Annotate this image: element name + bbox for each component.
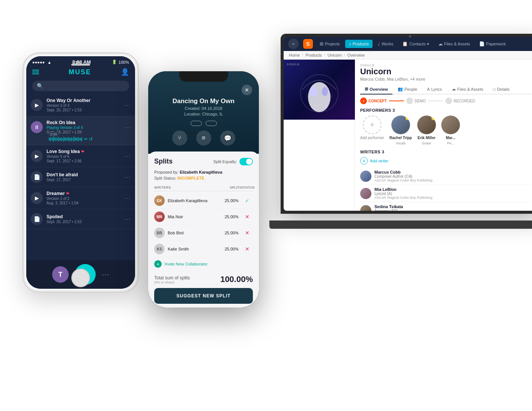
laptop-screen: ≈ S ⊞ Projects ♪ Products ♩ Works	[284, 37, 532, 211]
more-button-5[interactable]: ⋯	[125, 195, 131, 202]
more-button-3[interactable]: ⋯	[125, 153, 131, 160]
pause-icon-2: ⏸	[31, 121, 43, 133]
writer-row-3[interactable]: BB Bob Bird 25.00% ✕	[154, 225, 253, 241]
song-item-1[interactable]: ▶ One Way Or Another Version 3 of 3 Sept…	[26, 94, 135, 116]
split-status: Split Status: INCOMPLETE	[154, 176, 253, 180]
song-item-6[interactable]: 📄 Spoiled Sept. 20, 2017 • 1:53 ⋯	[26, 209, 135, 229]
tab-files[interactable]: ☁ Files & Assets	[447, 84, 488, 94]
writer-status-2: ✕	[242, 214, 253, 220]
performer-mar[interactable]: Mar... Pe...	[441, 116, 460, 145]
suggest-split-button[interactable]: SUGGEST NEW SPLIT	[154, 288, 253, 304]
writer-mia[interactable]: Mia LeBlon Lyricist (A) ASCAP, Magical C…	[360, 185, 531, 202]
writer-row-1[interactable]: EK Elizabeth Karagitlieva 25.00% ✓	[154, 193, 253, 209]
more-button-1[interactable]: ⋯	[125, 102, 131, 109]
text-button[interactable]: T	[52, 266, 69, 283]
rachel-role: Vocals	[396, 141, 406, 145]
add-writer-row[interactable]: + Add writer	[360, 157, 531, 165]
breadcrumb-home[interactable]: Home	[289, 53, 300, 57]
writer-row-2[interactable]: MN Mia Noir 25.00% ✕	[154, 209, 253, 225]
add-writer-label: Add writer	[370, 159, 389, 163]
writer-marcus[interactable]: Marcus Cobb Composer Author (CA) ASCAP, …	[360, 168, 531, 185]
writer-avatar-1: EK	[154, 195, 165, 206]
close-button[interactable]: ✕	[242, 85, 252, 95]
product-title-row: SINGLE Unicorn Marcus Cobb, Mia LeBlon, …	[360, 63, 531, 81]
add-writer-circle: +	[360, 157, 368, 165]
status-line-1	[389, 100, 404, 101]
action-icons: ⑂ ≡ 💬	[156, 130, 251, 146]
split-equally-toggle[interactable]	[239, 158, 253, 165]
hamburger-button[interactable]	[32, 70, 39, 74]
profile-icon[interactable]: 👤	[121, 68, 129, 76]
status-value: INCOMPLETE	[177, 176, 204, 180]
nav-projects[interactable]: ⊞ Projects	[316, 40, 344, 48]
split-equally-label: Split Equally:	[213, 159, 237, 164]
nav-products-label: Products	[353, 42, 369, 46]
performers-row: + Add performer ⭐ Rachel Tripp Vocals	[360, 116, 531, 145]
status-recorded: RECORDED	[445, 98, 475, 104]
song-name-5: Dreamer ❤	[47, 191, 121, 196]
export-splits-button[interactable]	[191, 121, 202, 126]
breadcrumb-unicorn[interactable]: Unicorn	[328, 53, 342, 57]
song-name-2: Rock On Idea	[47, 120, 121, 125]
files-tab-label: Files & Assets	[457, 87, 483, 92]
more-button-6[interactable]: ⋯	[125, 216, 131, 223]
total-label-area: Total sum of splits (0% to share)	[154, 275, 190, 284]
song-item-5[interactable]: ▶ Dreamer ❤ Version 1 of 2 Aug. 3, 2017 …	[26, 187, 135, 209]
song-item-4[interactable]: 📄 Don't be afraid Sept. 17, 2017 ⋯	[26, 167, 135, 187]
mia-pub: ASCAP, Magical Coder Boy Publishing	[374, 196, 531, 200]
tab-lyrics[interactable]: A Lyrics	[422, 84, 446, 94]
performer-erik[interactable]: ⭐ Erik Miller Guitar	[417, 116, 436, 145]
nav-products[interactable]: ♪ Products	[345, 40, 373, 48]
battery-area: 🔋 100%	[112, 60, 129, 64]
laptop-base	[269, 220, 532, 229]
laptop-camera	[409, 35, 411, 38]
splits-title: Splits	[154, 158, 173, 165]
black-iphone: ✕ Dancing On My Own Created: 04.16.2018 …	[148, 71, 259, 308]
more-button-4[interactable]: ⋯	[125, 174, 131, 181]
white-iphone-screen: ●●●●● ▲ 8:08 AM 🔋 100% MUSE 👤	[26, 56, 135, 289]
product-title: Unicorn	[360, 67, 531, 76]
app-main-content: SINGLE SINGLE Unicorn Marcus Cobb, Mia L…	[284, 60, 532, 211]
waveform-refresh-icon: ↺	[89, 136, 93, 142]
publisher-button[interactable]	[206, 121, 217, 126]
performers-section-title: PERFORMERS 3	[360, 108, 531, 112]
signal-dots: ●●●●●	[32, 60, 45, 64]
writer-initials-3: BB	[154, 228, 165, 238]
product-artwork: SINGLE	[284, 60, 355, 120]
search-bar[interactable]: 🔍	[32, 81, 129, 91]
mia-avatar	[360, 188, 371, 199]
tab-overview[interactable]: ⊞ Overview	[360, 84, 392, 94]
sedina-avatar	[360, 205, 371, 211]
nav-works[interactable]: ♩ Works	[374, 40, 397, 48]
breadcrumb-products[interactable]: Products	[305, 53, 322, 57]
nav-projects-label: Projects	[325, 42, 340, 46]
proposed-by: Proposed by: Elizabeth Karagitlieva	[154, 170, 253, 174]
erik-role: Guitar	[422, 141, 431, 145]
more-button-2[interactable]: ⋯	[125, 124, 131, 131]
nav-paperwork[interactable]: 📄 Paperwork	[475, 40, 510, 48]
home-button[interactable]	[71, 268, 90, 287]
song-info-3: Love Song Idea ❤ Version 5 of 6 Sept. 17…	[47, 149, 121, 163]
white-iphone: ●●●●● ▲ 8:08 AM 🔋 100% MUSE 👤	[23, 52, 139, 292]
notes-icon[interactable]: ≡	[196, 130, 211, 146]
chat-icon[interactable]: 💬	[220, 130, 235, 146]
black-iphone-screen: ✕ Dancing On My Own Created: 04.16.2018 …	[148, 71, 259, 308]
rachel-star: ⭐	[405, 116, 409, 120]
nav-contacts[interactable]: 📋 Contacts ▾	[398, 40, 433, 48]
tab-details[interactable]: □ Details	[488, 84, 514, 94]
invite-collaborator[interactable]: + Invite New Collaborator	[154, 257, 253, 271]
song-date-5: Aug. 3, 2017 • 1:04	[47, 201, 121, 205]
more-options-button[interactable]: ⋯	[102, 270, 109, 279]
overview-tab-icon: ⊞	[365, 87, 368, 92]
tab-people[interactable]: 👥 People	[393, 84, 422, 94]
performer-rachel[interactable]: ⭐ Rachel Tripp Vocals	[389, 116, 412, 145]
writer-row-4[interactable]: KS Katie Smith 25.00% ✕	[154, 241, 253, 257]
nav-files[interactable]: ☁ Files & Assets	[434, 40, 474, 48]
splits-content: Splits Split Equally: Proposed by: Eliza…	[148, 152, 259, 308]
fork-icon[interactable]: ⑂	[172, 130, 187, 146]
files-tab-icon: ☁	[452, 87, 456, 92]
song-item-3[interactable]: ▶ Love Song Idea ❤ Version 5 of 6 Sept. …	[26, 145, 135, 167]
writer-sedina[interactable]: Sedina Tsikata Arranger (AR) SOCAN, Rain…	[360, 202, 531, 211]
performer-add[interactable]: + Add performer	[360, 116, 384, 140]
song-item-2[interactable]: ⏸ Rock On Idea Playing Version 3 of 4 Se…	[26, 116, 135, 145]
